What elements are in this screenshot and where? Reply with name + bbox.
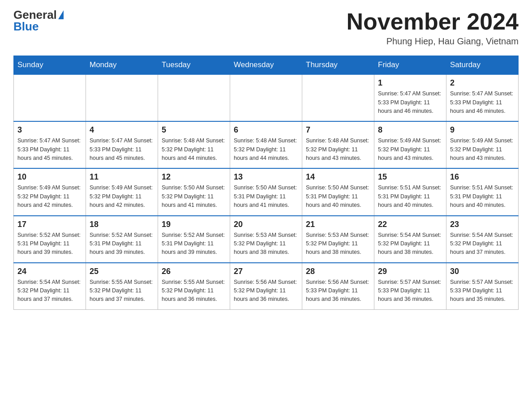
calendar-cell: [14, 74, 86, 121]
day-info: Sunrise: 5:51 AM Sunset: 5:31 PM Dayligh…: [378, 184, 442, 210]
logo-blue-text: Blue: [13, 21, 39, 32]
day-info: Sunrise: 5:57 AM Sunset: 5:33 PM Dayligh…: [450, 278, 515, 304]
title-section: November 2024 Phung Hiep, Hau Giang, Vie…: [347, 9, 519, 47]
logo-triangle-icon: [58, 10, 64, 19]
day-number: 28: [306, 267, 370, 276]
calendar-week-row: 17Sunrise: 5:52 AM Sunset: 5:31 PM Dayli…: [14, 216, 519, 263]
day-number: 29: [378, 267, 442, 276]
day-number: 16: [450, 172, 515, 182]
calendar-cell: [158, 74, 230, 121]
calendar-cell: 14Sunrise: 5:50 AM Sunset: 5:31 PM Dayli…: [302, 168, 374, 215]
day-number: 8: [378, 125, 442, 135]
calendar-cell: 9Sunrise: 5:49 AM Sunset: 5:32 PM Daylig…: [446, 121, 519, 168]
calendar-cell: 8Sunrise: 5:49 AM Sunset: 5:32 PM Daylig…: [374, 121, 446, 168]
calendar-cell: 6Sunrise: 5:48 AM Sunset: 5:32 PM Daylig…: [230, 121, 302, 168]
calendar-cell: 16Sunrise: 5:51 AM Sunset: 5:31 PM Dayli…: [446, 168, 519, 215]
column-header-tuesday: Tuesday: [158, 56, 230, 75]
calendar-cell: 25Sunrise: 5:55 AM Sunset: 5:32 PM Dayli…: [86, 263, 158, 310]
calendar-header-row: SundayMondayTuesdayWednesdayThursdayFrid…: [14, 56, 519, 75]
day-info: Sunrise: 5:53 AM Sunset: 5:32 PM Dayligh…: [306, 231, 370, 257]
day-number: 4: [90, 125, 154, 135]
day-info: Sunrise: 5:49 AM Sunset: 5:32 PM Dayligh…: [378, 137, 442, 163]
column-header-friday: Friday: [374, 56, 446, 75]
calendar-cell: 13Sunrise: 5:50 AM Sunset: 5:31 PM Dayli…: [230, 168, 302, 215]
day-info: Sunrise: 5:51 AM Sunset: 5:31 PM Dayligh…: [450, 184, 515, 210]
day-info: Sunrise: 5:53 AM Sunset: 5:32 PM Dayligh…: [234, 231, 298, 257]
calendar-cell: 20Sunrise: 5:53 AM Sunset: 5:32 PM Dayli…: [230, 216, 302, 263]
column-header-wednesday: Wednesday: [230, 56, 302, 75]
calendar-cell: 15Sunrise: 5:51 AM Sunset: 5:31 PM Dayli…: [374, 168, 446, 215]
day-info: Sunrise: 5:56 AM Sunset: 5:32 PM Dayligh…: [234, 278, 298, 304]
calendar-table: SundayMondayTuesdayWednesdayThursdayFrid…: [13, 56, 519, 310]
day-info: Sunrise: 5:52 AM Sunset: 5:31 PM Dayligh…: [17, 231, 82, 257]
calendar-cell: 21Sunrise: 5:53 AM Sunset: 5:32 PM Dayli…: [302, 216, 374, 263]
day-number: 14: [306, 172, 370, 182]
page-header: General Blue November 2024 Phung Hiep, H…: [13, 9, 519, 47]
calendar-cell: 10Sunrise: 5:49 AM Sunset: 5:32 PM Dayli…: [14, 168, 86, 215]
calendar-cell: 12Sunrise: 5:50 AM Sunset: 5:32 PM Dayli…: [158, 168, 230, 215]
day-number: 17: [17, 220, 82, 229]
calendar-cell: 2Sunrise: 5:47 AM Sunset: 5:33 PM Daylig…: [446, 74, 519, 121]
day-number: 1: [378, 78, 442, 88]
day-number: 11: [90, 172, 154, 182]
day-number: 20: [234, 220, 298, 229]
day-number: 9: [450, 125, 515, 135]
calendar-week-row: 1Sunrise: 5:47 AM Sunset: 5:33 PM Daylig…: [14, 74, 519, 121]
day-number: 24: [17, 267, 82, 276]
calendar-week-row: 24Sunrise: 5:54 AM Sunset: 5:32 PM Dayli…: [14, 263, 519, 310]
column-header-monday: Monday: [86, 56, 158, 75]
day-info: Sunrise: 5:47 AM Sunset: 5:33 PM Dayligh…: [450, 90, 515, 116]
calendar-cell: 17Sunrise: 5:52 AM Sunset: 5:31 PM Dayli…: [14, 216, 86, 263]
calendar-cell: 23Sunrise: 5:54 AM Sunset: 5:32 PM Dayli…: [446, 216, 519, 263]
day-info: Sunrise: 5:55 AM Sunset: 5:32 PM Dayligh…: [162, 278, 226, 304]
calendar-cell: 26Sunrise: 5:55 AM Sunset: 5:32 PM Dayli…: [158, 263, 230, 310]
day-info: Sunrise: 5:48 AM Sunset: 5:32 PM Dayligh…: [162, 137, 226, 163]
day-number: 23: [450, 220, 515, 229]
day-info: Sunrise: 5:48 AM Sunset: 5:32 PM Dayligh…: [306, 137, 370, 163]
day-info: Sunrise: 5:54 AM Sunset: 5:32 PM Dayligh…: [17, 278, 82, 304]
day-number: 19: [162, 220, 226, 229]
calendar-cell: 27Sunrise: 5:56 AM Sunset: 5:32 PM Dayli…: [230, 263, 302, 310]
day-number: 7: [306, 125, 370, 135]
day-info: Sunrise: 5:48 AM Sunset: 5:32 PM Dayligh…: [234, 137, 298, 163]
day-info: Sunrise: 5:50 AM Sunset: 5:31 PM Dayligh…: [306, 184, 370, 210]
calendar-cell: 18Sunrise: 5:52 AM Sunset: 5:31 PM Dayli…: [86, 216, 158, 263]
day-info: Sunrise: 5:49 AM Sunset: 5:32 PM Dayligh…: [450, 137, 515, 163]
column-header-sunday: Sunday: [14, 56, 86, 75]
day-info: Sunrise: 5:52 AM Sunset: 5:31 PM Dayligh…: [90, 231, 154, 257]
column-header-thursday: Thursday: [302, 56, 374, 75]
day-info: Sunrise: 5:55 AM Sunset: 5:32 PM Dayligh…: [90, 278, 154, 304]
calendar-cell: 22Sunrise: 5:54 AM Sunset: 5:32 PM Dayli…: [374, 216, 446, 263]
calendar-cell: 7Sunrise: 5:48 AM Sunset: 5:32 PM Daylig…: [302, 121, 374, 168]
calendar-cell: 24Sunrise: 5:54 AM Sunset: 5:32 PM Dayli…: [14, 263, 86, 310]
calendar-cell: [230, 74, 302, 121]
calendar-cell: 19Sunrise: 5:52 AM Sunset: 5:31 PM Dayli…: [158, 216, 230, 263]
calendar-cell: 1Sunrise: 5:47 AM Sunset: 5:33 PM Daylig…: [374, 74, 446, 121]
day-info: Sunrise: 5:56 AM Sunset: 5:33 PM Dayligh…: [306, 278, 370, 304]
day-info: Sunrise: 5:47 AM Sunset: 5:33 PM Dayligh…: [378, 90, 442, 116]
calendar-week-row: 10Sunrise: 5:49 AM Sunset: 5:32 PM Dayli…: [14, 168, 519, 215]
day-number: 6: [234, 125, 298, 135]
day-number: 21: [306, 220, 370, 229]
day-number: 26: [162, 267, 226, 276]
day-info: Sunrise: 5:54 AM Sunset: 5:32 PM Dayligh…: [450, 231, 515, 257]
location-text: Phung Hiep, Hau Giang, Vietnam: [347, 36, 519, 47]
calendar-cell: 5Sunrise: 5:48 AM Sunset: 5:32 PM Daylig…: [158, 121, 230, 168]
logo: General Blue: [13, 9, 64, 32]
day-info: Sunrise: 5:47 AM Sunset: 5:33 PM Dayligh…: [17, 137, 82, 163]
calendar-cell: [302, 74, 374, 121]
day-info: Sunrise: 5:47 AM Sunset: 5:33 PM Dayligh…: [90, 137, 154, 163]
day-info: Sunrise: 5:57 AM Sunset: 5:33 PM Dayligh…: [378, 278, 442, 304]
day-info: Sunrise: 5:50 AM Sunset: 5:32 PM Dayligh…: [162, 184, 226, 210]
day-number: 25: [90, 267, 154, 276]
day-info: Sunrise: 5:54 AM Sunset: 5:32 PM Dayligh…: [378, 231, 442, 257]
calendar-week-row: 3Sunrise: 5:47 AM Sunset: 5:33 PM Daylig…: [14, 121, 519, 168]
day-number: 13: [234, 172, 298, 182]
day-number: 2: [450, 78, 515, 88]
day-number: 10: [17, 172, 82, 182]
calendar-cell: 3Sunrise: 5:47 AM Sunset: 5:33 PM Daylig…: [14, 121, 86, 168]
calendar-cell: 11Sunrise: 5:49 AM Sunset: 5:32 PM Dayli…: [86, 168, 158, 215]
day-number: 3: [17, 125, 82, 135]
calendar-cell: 4Sunrise: 5:47 AM Sunset: 5:33 PM Daylig…: [86, 121, 158, 168]
day-number: 12: [162, 172, 226, 182]
